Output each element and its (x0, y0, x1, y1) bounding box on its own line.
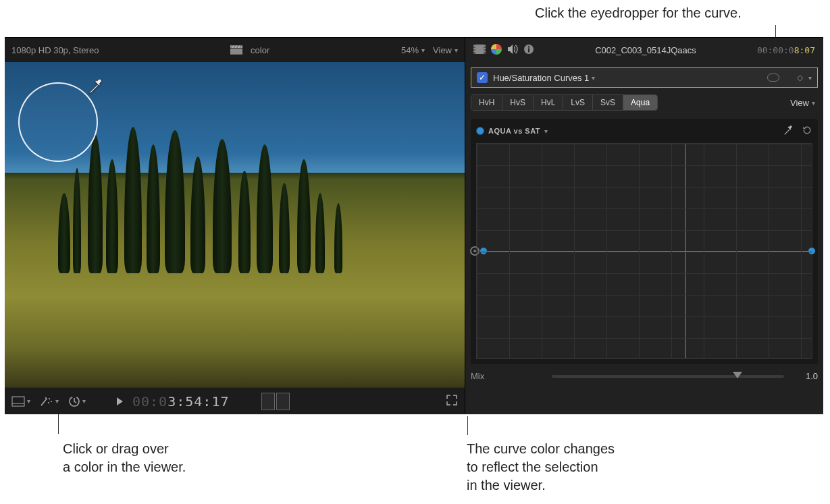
curve-tabgroup: HvH HvS HvL LvS SvS Aqua (471, 94, 658, 111)
svg-rect-23 (528, 48, 529, 52)
tab-hvl[interactable]: HvL (534, 95, 563, 110)
color-loupe[interactable] (18, 82, 98, 162)
tab-lvs[interactable]: LvS (563, 95, 593, 110)
mix-row: Mix 1.0 (471, 371, 818, 381)
svg-rect-16 (473, 48, 475, 49)
audio-tab-icon[interactable] (507, 45, 518, 56)
viewer-canvas[interactable] (5, 62, 465, 387)
mix-label: Mix (471, 371, 484, 381)
mix-value: 1.0 (791, 371, 818, 381)
viewer-transport: ▾ ▾ ▾ 00:03:54:17 (5, 387, 465, 414)
zoom-value: 54% (401, 45, 419, 55)
curve-title[interactable]: AQUA vs SAT (488, 127, 540, 135)
next-frame-button[interactable] (276, 393, 290, 410)
curve-header: AQUA vs SAT ▾ (476, 124, 812, 138)
curve-origin-marker (470, 246, 479, 256)
svg-point-8 (49, 398, 50, 399)
annotation-text: a color in the viewer. (63, 458, 186, 476)
chevron-down-icon[interactable]: ▾ (544, 128, 548, 135)
svg-rect-17 (473, 51, 475, 52)
mask-icon[interactable] (767, 74, 779, 82)
curve-tabs-row: HvH HvS HvL LvS SvS Aqua View ▾ (471, 94, 818, 111)
prev-frame-button[interactable] (261, 393, 275, 410)
app-window: 1080p HD 30p, Stereo color 54% ▾ View ▾ (5, 37, 823, 414)
effect-header-row[interactable]: ✓ Hue/Saturation Curves 1 ▾ ◇ ▾ (471, 67, 818, 88)
svg-rect-19 (484, 48, 486, 49)
inspector-timecode: 00:00:08:07 (757, 45, 815, 55)
annotation-viewer: Click or drag over a color in the viewer… (63, 440, 186, 476)
svg-rect-15 (473, 45, 475, 47)
view-label: View (433, 45, 452, 55)
curve-view-dropdown[interactable]: View ▾ (790, 98, 818, 108)
retime-button[interactable]: ▾ (68, 395, 86, 408)
chevron-down-icon: ▾ (592, 74, 595, 82)
viewer-panel: 1080p HD 30p, Stereo color 54% ▾ View ▾ (5, 38, 465, 414)
annotation-text: in the viewer. (467, 476, 615, 495)
info-tab-icon[interactable] (523, 44, 534, 57)
display-options-button[interactable]: ▾ (11, 396, 30, 407)
annotation-text: Click or drag over (63, 440, 186, 458)
svg-rect-0 (230, 49, 242, 55)
tab-svs[interactable]: SvS (593, 95, 623, 110)
timecode-value: 3:54:17 (167, 393, 229, 410)
effect-name-label: Hue/Saturation Curves 1 (493, 73, 589, 83)
eyedropper-icon (87, 77, 106, 96)
curve-point-end[interactable] (808, 248, 815, 254)
chevron-down-icon: ▾ (55, 397, 59, 405)
annotation-text: Click the eyedropper for the curve. (535, 5, 742, 20)
slider-thumb[interactable] (733, 372, 742, 379)
effects-button[interactable]: ▾ (40, 396, 59, 407)
tab-hvh[interactable]: HvH (471, 95, 502, 110)
timecode-display[interactable]: 00:03:54:17 (132, 393, 229, 410)
chevron-down-icon[interactable]: ▾ (808, 74, 812, 82)
viewer-toolbar: 1080p HD 30p, Stereo color 54% ▾ View ▾ (5, 38, 465, 62)
inspector-panel: C002_C003_0514JQaacs 00:00:08:07 ✓ Hue/S… (465, 38, 823, 414)
svg-point-10 (48, 402, 49, 403)
clapperboard-icon (230, 45, 242, 55)
curve-grid[interactable] (476, 143, 812, 359)
annotation-eyedropper: Click the eyedropper for the curve. (535, 4, 742, 22)
curve-point-start[interactable] (480, 248, 487, 254)
chevron-down-icon: ▾ (455, 47, 458, 54)
chevron-down-icon: ▾ (421, 47, 425, 54)
video-tab-icon[interactable] (473, 45, 486, 56)
frame-nav (261, 393, 290, 410)
fullscreen-button[interactable] (446, 394, 458, 408)
tc-highlight: 8:07 (794, 45, 815, 55)
svg-rect-20 (484, 51, 486, 52)
effect-name-dropdown[interactable]: Hue/Saturation Curves 1 ▾ (493, 73, 595, 83)
chevron-down-icon: ▾ (27, 397, 30, 405)
color-tab-icon[interactable] (491, 44, 502, 57)
grid-center-line (685, 144, 686, 358)
play-button[interactable] (117, 397, 123, 405)
curve-editor: AQUA vs SAT ▾ (471, 119, 818, 364)
prev-keyframe-button[interactable]: ◇ (797, 73, 803, 82)
tc-dim: 00:00:0 (757, 45, 794, 55)
svg-rect-6 (12, 397, 24, 406)
tab-hvs[interactable]: HvS (502, 95, 534, 110)
zoom-dropdown[interactable]: 54% ▾ (401, 45, 425, 55)
reset-button[interactable] (802, 125, 812, 137)
annotation-text: The curve color changes (467, 440, 615, 458)
inspector-header: C002_C003_0514JQaacs 00:00:08:07 (465, 38, 823, 62)
view-dropdown[interactable]: View ▾ (433, 45, 458, 55)
mix-slider[interactable] (552, 375, 784, 378)
tab-aqua[interactable]: Aqua (623, 95, 657, 110)
eyedropper-button[interactable] (783, 124, 795, 138)
format-label: 1080p HD 30p, Stereo (11, 45, 99, 55)
clip-name: color (251, 45, 269, 55)
annotation-text: to reflect the selection (467, 458, 615, 476)
trees-scene (51, 127, 419, 273)
effect-enable-checkbox[interactable]: ✓ (477, 72, 488, 83)
curve-color-dot (476, 127, 484, 135)
svg-rect-18 (484, 45, 486, 47)
chevron-down-icon: ▾ (812, 99, 815, 107)
timecode-dim: 00:0 (132, 393, 167, 410)
svg-point-22 (528, 46, 529, 47)
svg-point-9 (51, 401, 52, 402)
curve-line[interactable] (484, 251, 812, 252)
curve-view-label: View (790, 98, 809, 108)
annotation-curve-color: The curve color changes to reflect the s… (467, 440, 615, 495)
chevron-down-icon: ▾ (82, 397, 86, 405)
inspector-clip-name: C002_C003_0514JQaacs (541, 45, 750, 55)
